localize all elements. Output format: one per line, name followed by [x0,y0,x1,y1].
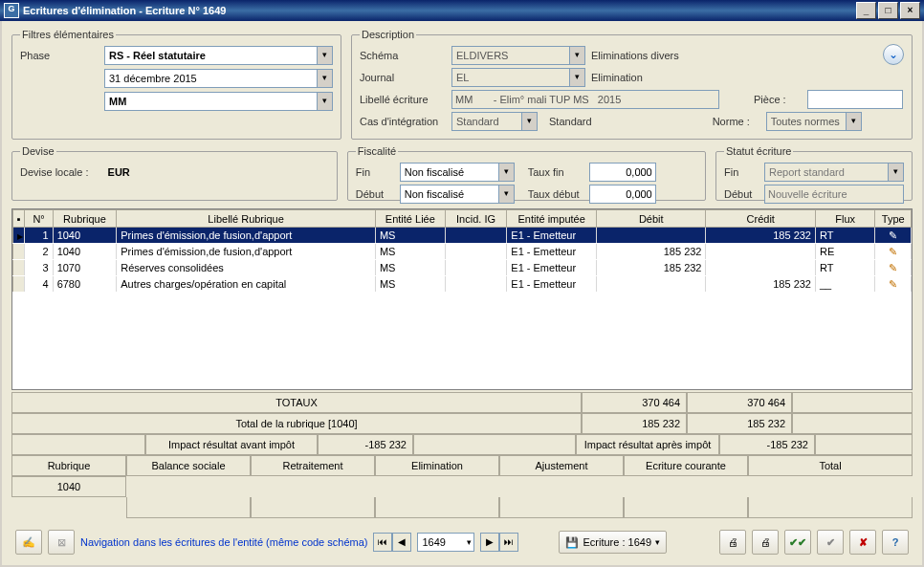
chevron-down-icon[interactable]: ▾ [569,47,584,64]
tab-balance[interactable]: Balance sociale [126,455,251,476]
journal-combo[interactable]: EL ▾ [451,68,585,87]
cell-incid-ig [445,260,507,276]
tab-total[interactable]: Total [748,455,913,476]
row-marker[interactable] [13,228,25,244]
print-preview-button[interactable]: 🖨 [752,530,779,555]
nav-prev-button[interactable]: ◀ [392,533,411,552]
cancel-button[interactable]: ✘ [849,530,876,555]
chevron-down-icon[interactable]: ▾ [846,113,861,130]
fisc-fin-label: Fin [356,166,396,178]
tab-rubrique-header[interactable]: Rubrique [11,455,126,476]
cell-libelle: Primes d'émission,de fusion,d'apport [117,228,376,244]
col-libelle[interactable]: Libellé Rubrique [117,210,376,228]
ecriture-dropdown-button[interactable]: 💾 Ecriture : 1649 ▾ [559,531,667,554]
table-row[interactable]: 11040Primes d'émission,de fusion,d'appor… [13,228,912,244]
close-button[interactable]: × [900,2,920,19]
chevron-down-icon[interactable]: ▾ [317,47,332,64]
cell-incid-ig [445,228,507,244]
col-entite-imputee[interactable]: Entité imputée [507,210,597,228]
row-marker[interactable] [13,276,25,293]
nav-last-button[interactable]: ⏭ [499,533,518,552]
table-row[interactable]: 31070Réserves consolidéesMSE1 - Emetteur… [13,260,912,276]
tab-retraitement[interactable]: Retraitement [251,455,375,476]
phase-combo[interactable]: RS - Réel statutaire ▾ [104,46,333,65]
edit-row-icon[interactable]: ✎ [875,228,912,244]
cas-combo[interactable]: Standard ▾ [451,112,538,131]
schema-combo[interactable]: ELDIVERS ▾ [451,46,585,65]
nav-link[interactable]: Navigation dans les écritures de l'entit… [80,536,367,548]
nav-number-combo[interactable]: 1649 ▾ [417,533,474,552]
edit-row-icon[interactable]: ✎ [875,244,912,260]
cas-label: Cas d'intégration [360,116,446,127]
nav-next-button[interactable]: ▶ [480,533,499,552]
cell-n: 1 [25,228,53,244]
print-button[interactable]: 🖨 [719,530,746,555]
disabled-tool-button[interactable]: ⊠ [48,530,75,555]
entries-grid[interactable]: ▪ N° Rubrique Libellé Rubrique Entité Li… [11,208,913,390]
nav-first-button[interactable]: ⏮ [373,533,392,552]
edit-row-icon[interactable]: ✎ [875,276,912,293]
col-credit[interactable]: Crédit [706,210,816,228]
cell-incid-ig [445,244,507,260]
norme-combo[interactable]: Toutes normes ▾ [766,112,862,131]
tauxdebut-input[interactable] [589,185,656,204]
cell-entite-liee: MS [375,244,445,260]
cell-entite-liee: MS [375,260,445,276]
maximize-button[interactable]: □ [878,2,898,19]
help-button[interactable]: ? [882,530,909,555]
row-marker[interactable] [13,244,25,260]
chevron-down-icon[interactable]: ▾ [498,164,514,181]
phase-value: RS - Réel statutaire [109,50,317,61]
col-incid-ig[interactable]: Incid. IG [445,210,507,228]
minimize-button[interactable]: _ [856,2,876,19]
col-entite-liee[interactable]: Entité Liée [375,210,445,228]
col-debit[interactable]: Débit [596,210,706,228]
schema-value: ELDIVERS [456,50,569,61]
col-rubrique[interactable]: Rubrique [53,210,117,228]
chevron-down-icon[interactable]: ▾ [317,70,332,87]
row-marker-header[interactable]: ▪ [13,210,25,228]
fisc-fin-combo[interactable]: Non fiscalisé ▾ [400,163,515,182]
tauxfin-input[interactable] [589,163,656,182]
col-flux[interactable]: Flux [815,210,874,228]
col-n[interactable]: N° [25,210,53,228]
fisc-debut-combo[interactable]: Non fiscalisé ▾ [400,185,515,204]
piece-input[interactable] [807,90,903,109]
cell-flux: RE [815,244,874,260]
statut-debut-label: Début [724,188,759,200]
tab-elimination[interactable]: Elimination [375,455,499,476]
cell-credit: 185 232 [706,276,816,293]
cell-incid-ig [445,276,507,293]
devise-local-value: EUR [108,166,130,178]
sign-button[interactable]: ✍ [15,530,42,555]
cell-debit: 185 232 [596,260,706,276]
save-disk-icon: 💾 [565,536,579,549]
table-row[interactable]: 46780Autres charges/opération en capital… [13,276,912,293]
libelle-input[interactable] [451,90,719,109]
chevron-down-icon[interactable]: ▾ [467,537,472,547]
chevron-down-icon[interactable]: ▾ [498,185,514,203]
fisc-debut-label: Début [356,188,396,200]
edit-row-icon[interactable]: ✎ [875,260,912,276]
row-marker[interactable] [13,260,25,276]
fiscalite-panel: Fiscalité Fin Non fiscalisé ▾ Taux fin D… [347,145,706,201]
table-row[interactable]: 21040Primes d'émission,de fusion,d'appor… [13,244,912,260]
date-combo[interactable]: 31 décembre 2015 ▾ [104,69,333,88]
chevron-down-icon[interactable]: ▾ [888,164,903,181]
chevron-down-icon[interactable]: ▾ [521,113,537,130]
validate-button[interactable]: ✔ [817,530,844,555]
tab-ajustement[interactable]: Ajustement [499,455,624,476]
entity-combo[interactable]: MM ▾ [104,92,333,111]
chevron-down-icon[interactable]: ▾ [317,93,332,110]
fisc-fin-value: Non fiscalisé [405,166,498,178]
cell-entite-liee: MS [375,228,445,244]
statut-debut-input[interactable] [764,185,904,204]
cell-rubrique: 6780 [53,276,117,293]
expand-button[interactable]: ⌄ [883,44,904,65]
col-type[interactable]: Type [875,210,912,228]
tab-courante[interactable]: Ecriture courante [624,455,748,476]
chevron-down-icon[interactable]: ▾ [569,69,584,86]
nav-number-value: 1649 [422,536,467,548]
validate-all-button[interactable]: ✔✔ [784,530,811,555]
statut-fin-combo[interactable]: Report standard ▾ [764,163,904,182]
